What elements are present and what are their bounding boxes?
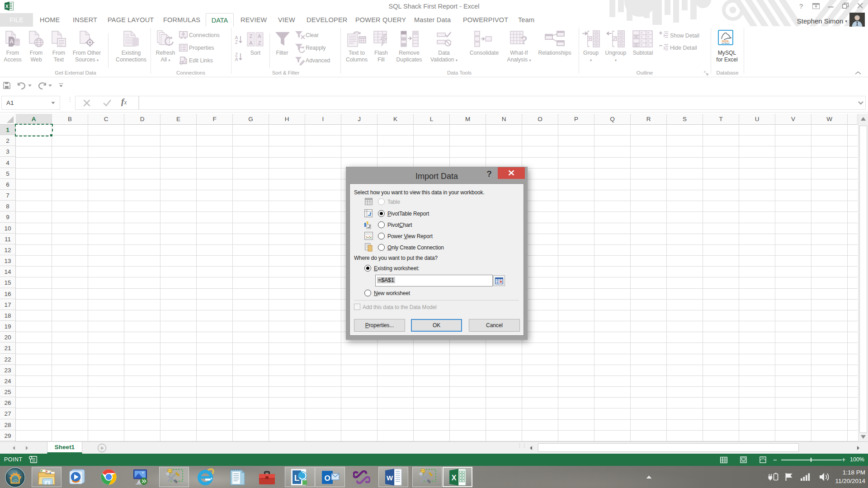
svg-text:?: ? <box>520 33 528 47</box>
svg-text:for Excel: for Excel <box>722 42 730 44</box>
svg-text:W: W <box>387 474 393 482</box>
svg-text:A: A <box>249 40 253 46</box>
svg-text:X: X <box>452 474 457 482</box>
svg-text:?: ? <box>799 3 803 9</box>
svg-text:Z: Z <box>250 33 253 39</box>
svg-text:Z: Z <box>258 40 261 46</box>
svg-text:A: A <box>9 38 14 45</box>
svg-text:A: A <box>235 57 238 61</box>
svg-text:O: O <box>324 474 330 483</box>
svg-text:Z: Z <box>235 40 238 44</box>
svg-text:A: A <box>258 33 261 39</box>
